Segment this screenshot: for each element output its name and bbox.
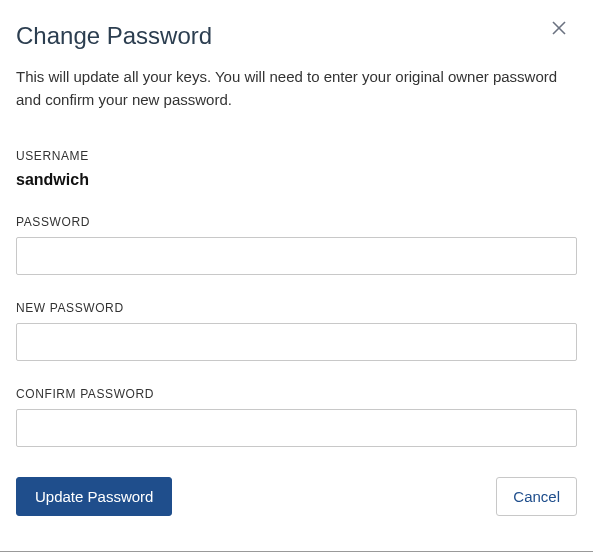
update-password-button[interactable]: Update Password bbox=[16, 477, 172, 516]
change-password-dialog: Change Password This will update all you… bbox=[0, 0, 593, 532]
username-field-group: USERNAME sandwich bbox=[16, 149, 577, 189]
cancel-button[interactable]: Cancel bbox=[496, 477, 577, 516]
password-input[interactable] bbox=[16, 237, 577, 275]
close-icon bbox=[551, 16, 567, 41]
username-label: USERNAME bbox=[16, 149, 577, 163]
dialog-description: This will update all your keys. You will… bbox=[16, 66, 577, 111]
new-password-field-group: NEW PASSWORD bbox=[16, 301, 577, 361]
password-field-group: PASSWORD bbox=[16, 215, 577, 275]
close-button[interactable] bbox=[549, 16, 569, 42]
new-password-input[interactable] bbox=[16, 323, 577, 361]
dialog-title: Change Password bbox=[16, 22, 577, 50]
username-value: sandwich bbox=[16, 171, 577, 189]
button-row: Update Password Cancel bbox=[16, 477, 577, 516]
password-label: PASSWORD bbox=[16, 215, 577, 229]
confirm-password-field-group: CONFIRM PASSWORD bbox=[16, 387, 577, 447]
confirm-password-input[interactable] bbox=[16, 409, 577, 447]
bottom-divider bbox=[0, 551, 593, 552]
new-password-label: NEW PASSWORD bbox=[16, 301, 577, 315]
confirm-password-label: CONFIRM PASSWORD bbox=[16, 387, 577, 401]
